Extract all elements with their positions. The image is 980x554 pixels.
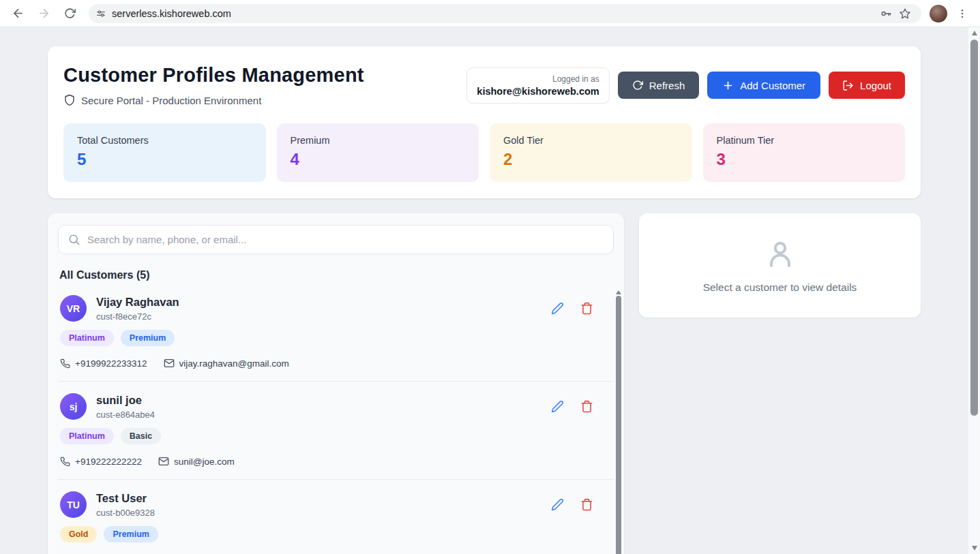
delete-customer-button[interactable] [580,302,593,315]
pencil-icon [551,400,564,413]
shield-icon [63,94,76,106]
tier-badge: Gold [60,526,97,542]
customer-row[interactable]: VR Vijay Raghavan cust-f8ece72c [58,283,614,382]
delete-customer-button[interactable] [580,400,593,413]
edit-customer-button[interactable] [551,498,564,511]
page-title: Customer Profiles Management [63,64,364,87]
stat-card-premium: Premium 4 [277,123,479,182]
tune-icon[interactable] [95,8,106,19]
page: Customer Profiles Management Secure Port… [0,27,980,554]
list-scrollbar-thumb[interactable] [616,296,621,554]
logged-in-label: Logged in as [477,74,599,84]
phone-icon [60,457,70,467]
plan-badge: Premium [121,330,175,346]
customer-list-panel: All Customers (5) VR Vijay Raghavan cust… [48,213,624,554]
pencil-icon [551,302,564,315]
stat-label: Platinum Tier [717,135,892,146]
trash-icon [580,302,593,315]
search-input[interactable] [58,225,614,254]
logged-in-box: Logged in as kishore@kishoreweb.com [466,67,609,104]
customer-phone: +9199922233312 [60,358,147,369]
stat-card-total-customers: Total Customers 5 [63,123,266,182]
stat-label: Premium [291,135,466,146]
stat-value: 2 [503,150,679,169]
edit-customer-button[interactable] [551,302,564,315]
email-text: sunil@joe.com [174,457,235,467]
url-text: serverless.kishoreweb.com [112,8,231,19]
refresh-icon [632,80,643,91]
password-key-icon[interactable] [876,4,895,23]
browser-profile-avatar[interactable] [930,5,947,22]
search-icon [68,233,80,246]
page-subtitle: Secure Portal - Production Environment [81,95,261,106]
customer-name: Vijay Raghavan [96,296,179,309]
customer-email: vijay.raghavan@gmail.com [164,358,289,369]
empty-state-message: Select a customer to view details [703,281,857,294]
bookmark-star-icon[interactable] [895,4,915,23]
header-card: Customer Profiles Management Secure Port… [48,46,921,198]
customer-phone: +919222222222 [60,457,142,467]
stat-card-platinum-tier: Platinum Tier 3 [703,123,906,182]
scroll-down-arrow-icon[interactable] [972,546,977,551]
back-button[interactable] [7,3,29,25]
reload-button[interactable] [59,3,80,25]
page-scrollbar-thumb[interactable] [970,40,978,416]
logged-in-email: kishore@kishoreweb.com [477,86,599,97]
stat-value: 5 [77,150,252,169]
add-customer-button[interactable]: Add Customer [707,72,820,99]
person-icon [764,238,797,271]
phone-text: +919222222222 [75,457,142,467]
scroll-up-arrow-icon[interactable] [616,290,621,294]
trash-icon [580,400,593,413]
stat-value: 4 [291,150,466,169]
page-scrollbar[interactable] [968,27,980,554]
customer-row[interactable]: sj sunil joe cust-e864abe4 [58,382,614,480]
customer-email: sunil@joe.com [158,456,235,467]
stat-label: Gold Tier [503,135,679,146]
customer-id: cust-e864abe4 [96,410,155,420]
plus-icon [722,80,734,91]
stat-value: 3 [717,150,892,169]
phone-text: +9199922233312 [75,358,147,369]
delete-customer-button[interactable] [580,498,593,511]
list-scrollbar[interactable] [615,290,621,554]
customer-avatar: VR [60,295,87,322]
pencil-icon [551,498,564,511]
edit-customer-button[interactable] [551,400,564,413]
refresh-button[interactable]: Refresh [618,72,700,99]
kebab-menu-icon [957,8,968,19]
customer-avatar: sj [60,393,87,420]
logout-button[interactable]: Logout [829,72,905,99]
forward-arrow-icon [38,7,50,20]
stats-row: Total Customers 5 Premium 4 Gold Tier 2 … [63,123,905,182]
address-bar[interactable]: serverless.kishoreweb.com [89,4,921,23]
back-arrow-icon [12,7,25,20]
logout-icon [842,80,854,91]
add-customer-label: Add Customer [740,80,805,91]
customer-id: cust-f8ece72c [96,311,179,322]
stat-label: Total Customers [77,135,252,146]
customer-name: Test User [96,492,155,505]
title-block: Customer Profiles Management Secure Port… [63,64,364,106]
browser-toolbar: serverless.kishoreweb.com [0,0,980,27]
customer-row[interactable]: TU Test User cust-b00e9328 [58,480,614,554]
list-heading: All Customers (5) [59,269,614,281]
trash-icon [580,498,593,511]
customer-detail-panel: Select a customer to view details [639,213,921,318]
refresh-label: Refresh [649,80,685,91]
customer-avatar: TU [60,491,87,518]
logout-label: Logout [860,80,891,91]
forward-button[interactable] [33,3,55,25]
customer-id: cust-b00e9328 [96,508,155,518]
customer-name: sunil joe [96,394,155,407]
phone-icon [60,358,70,369]
browser-menu-button[interactable] [951,3,973,25]
scroll-up-arrow-icon[interactable] [972,31,977,35]
envelope-icon [164,358,175,369]
plan-badge: Basic [121,428,161,444]
plan-badge: Premium [104,526,158,542]
reload-icon [64,7,76,19]
tier-badge: Platinum [60,330,114,346]
envelope-icon [158,456,169,467]
stat-card-gold-tier: Gold Tier 2 [490,123,692,182]
